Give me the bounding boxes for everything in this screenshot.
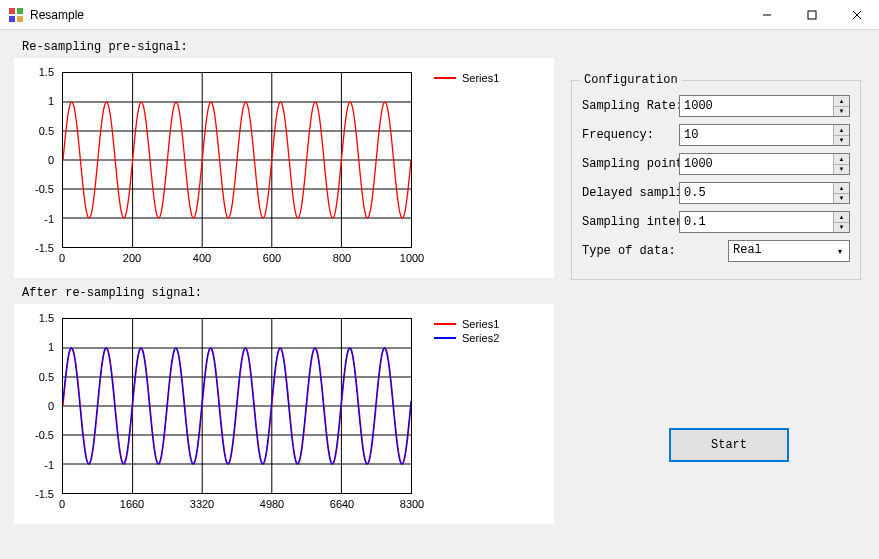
spinner-delayed-sampling-point[interactable]: ▲▼: [679, 182, 850, 204]
legend-item-series1: Series1: [434, 72, 499, 84]
pre-signal-label: Re-sampling pre-signal:: [22, 40, 865, 54]
input-sampling-points[interactable]: [680, 154, 833, 174]
row-sampling-interval: Sampling interval: ▲▼: [582, 211, 850, 233]
svg-rect-0: [9, 8, 15, 14]
legend-swatch-series1: [434, 77, 456, 79]
configuration-group: Configuration Sampling Rate: ▲▼ Frequenc…: [571, 80, 861, 280]
spinner-sampling-points[interactable]: ▲▼: [679, 153, 850, 175]
legend-item-series1: Series1: [434, 318, 499, 330]
combo-value-type-of-data: Real: [729, 241, 831, 261]
spinner-sampling-interval[interactable]: ▲▼: [679, 211, 850, 233]
chart1-legend: Series1: [434, 72, 499, 86]
close-button[interactable]: [834, 0, 879, 29]
client-area: Re-sampling pre-signal: -1.5-1-0.500.511…: [0, 30, 879, 559]
row-frequency: Frequency: ▲▼: [582, 124, 850, 146]
input-sampling-interval[interactable]: [680, 212, 833, 232]
label-sampling-rate: Sampling Rate:: [582, 99, 679, 113]
spin-up-icon[interactable]: ▲: [834, 125, 849, 136]
svg-rect-1: [17, 8, 23, 14]
spin-up-icon[interactable]: ▲: [834, 212, 849, 223]
spin-down-icon[interactable]: ▼: [834, 136, 849, 146]
chevron-down-icon[interactable]: ▾: [831, 241, 849, 261]
input-delayed-sampling-point[interactable]: [680, 183, 833, 203]
minimize-button[interactable]: [744, 0, 789, 29]
app-icon: [8, 7, 24, 23]
row-sampling-rate: Sampling Rate: ▲▼: [582, 95, 850, 117]
maximize-button[interactable]: [789, 0, 834, 29]
row-sampling-points: Sampling points: ▲▼: [582, 153, 850, 175]
legend-label-series1: Series1: [462, 318, 499, 330]
svg-rect-2: [9, 16, 15, 22]
chart2-plot-area: [62, 318, 412, 494]
svg-rect-3: [17, 16, 23, 22]
spin-down-icon[interactable]: ▼: [834, 165, 849, 175]
spin-down-icon[interactable]: ▼: [834, 194, 849, 204]
chart2-y-labels: -1.5-1-0.500.511.5: [14, 318, 58, 494]
legend-swatch-series1: [434, 323, 456, 325]
window-controls: [744, 0, 879, 29]
label-sampling-interval: Sampling interval:: [582, 215, 679, 229]
label-delayed-sampling-point: Delayed sampling point: [582, 186, 679, 200]
legend-item-series2: Series2: [434, 332, 499, 344]
spin-up-icon[interactable]: ▲: [834, 154, 849, 165]
titlebar: Resample: [0, 0, 879, 30]
spin-down-icon[interactable]: ▼: [834, 107, 849, 117]
chart2-legend: Series1 Series2: [434, 318, 499, 346]
chart1-y-labels: -1.5-1-0.500.511.5: [14, 72, 58, 248]
chart-pre-signal: -1.5-1-0.500.511.5 02004006008001000 Ser…: [14, 58, 554, 278]
label-sampling-points: Sampling points:: [582, 157, 679, 171]
chart1-plot-area: [62, 72, 412, 248]
spinner-frequency[interactable]: ▲▼: [679, 124, 850, 146]
label-type-of-data: Type of data:: [582, 244, 728, 258]
spin-up-icon[interactable]: ▲: [834, 96, 849, 107]
after-signal-label: After re-sampling signal:: [22, 286, 865, 300]
spin-down-icon[interactable]: ▼: [834, 223, 849, 233]
input-sampling-rate[interactable]: [680, 96, 833, 116]
start-button-label: Start: [711, 438, 747, 452]
label-frequency: Frequency:: [582, 128, 679, 142]
configuration-title: Configuration: [580, 73, 682, 87]
chart-after-signal: -1.5-1-0.500.511.5 016603320498066408300…: [14, 304, 554, 524]
legend-label-series2: Series2: [462, 332, 499, 344]
svg-rect-5: [808, 11, 816, 19]
spinner-sampling-rate[interactable]: ▲▼: [679, 95, 850, 117]
row-type-of-data: Type of data: Real ▾: [582, 240, 850, 262]
spin-up-icon[interactable]: ▲: [834, 183, 849, 194]
window-title: Resample: [30, 8, 84, 22]
row-delayed-sampling-point: Delayed sampling point ▲▼: [582, 182, 850, 204]
combo-type-of-data[interactable]: Real ▾: [728, 240, 850, 262]
legend-swatch-series2: [434, 337, 456, 339]
input-frequency[interactable]: [680, 125, 833, 145]
legend-label-series1: Series1: [462, 72, 499, 84]
start-button[interactable]: Start: [669, 428, 789, 462]
